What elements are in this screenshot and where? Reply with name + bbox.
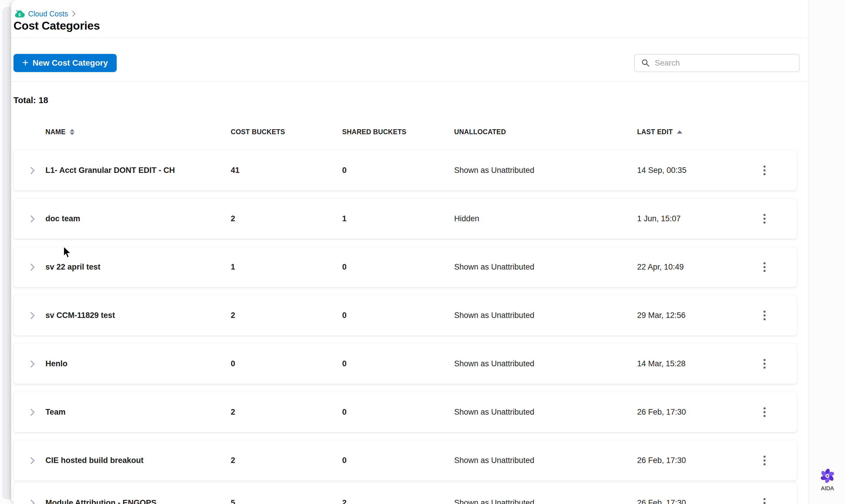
table-row[interactable]: doc team 2 1 Hidden 1 Jun, 15:07 [14,199,797,239]
shared-buckets-value: 0 [342,247,347,287]
row-menu-button[interactable] [759,483,769,504]
total-count: Total: 18 [14,95,48,105]
cost-buckets-value: 1 [231,247,235,287]
table-row[interactable]: sv 22 april test 1 0 Shown as Unattribut… [14,247,797,287]
chevron-right-icon[interactable] [28,247,37,287]
row-menu-button[interactable] [759,392,769,432]
row-menu-button[interactable] [759,150,769,191]
main-panel: $ Cloud Costs Cost Categories + New Cost… [11,0,809,504]
unallocated-value: Shown as Unattributed [454,295,534,336]
column-header-name-label: NAME [46,128,66,136]
chevron-right-icon[interactable] [28,344,37,384]
category-name[interactable]: doc team [46,199,80,239]
cost-buckets-value: 5 [231,483,235,504]
sort-both-icon[interactable] [70,129,74,135]
breadcrumb: $ Cloud Costs [14,10,76,18]
category-name[interactable]: sv 22 april test [46,247,101,287]
table-row[interactable]: Module Attribution - ENGOPS 5 2 Shown as… [14,483,797,504]
column-header-name[interactable]: NAME [46,128,74,136]
svg-text:$: $ [18,12,21,17]
search-icon [641,59,650,67]
row-menu-button[interactable] [759,247,769,287]
shared-buckets-value: 0 [342,440,347,481]
unallocated-value: Shown as Unattributed [454,483,534,504]
shared-buckets-value: 0 [342,392,347,432]
toolbar: + New Cost Category [11,38,809,82]
aida-label: AIDA [821,485,834,492]
new-cost-category-button[interactable]: + New Cost Category [14,54,117,72]
page-title: Cost Categories [14,19,100,32]
cost-categories-page: $ Cloud Costs Cost Categories + New Cost… [0,0,845,504]
aida-assistant-button[interactable]: AIDA [817,468,838,492]
chevron-right-icon[interactable] [28,295,37,336]
column-header-last-edit-label: LAST EDIT [637,128,673,136]
category-name[interactable]: Team [46,392,66,432]
cost-buckets-value: 2 [231,199,235,239]
category-name[interactable]: L1- Acct Granular DONT EDIT - CH [46,150,175,191]
row-menu-button[interactable] [759,344,769,384]
table-row[interactable]: L1- Acct Granular DONT EDIT - CH 41 0 Sh… [14,150,797,191]
chevron-right-icon[interactable] [28,392,37,432]
search-box[interactable] [634,54,799,72]
unallocated-value: Shown as Unattributed [454,150,534,191]
plus-icon: + [22,57,29,68]
unallocated-value: Shown as Unattributed [454,440,534,481]
table-body: L1- Acct Granular DONT EDIT - CH 41 0 Sh… [14,150,797,504]
cost-buckets-value: 0 [231,344,235,384]
category-name[interactable]: Henlo [46,344,67,384]
chevron-right-icon[interactable] [28,150,37,191]
last-edit-value: 26 Feb, 17:30 [637,483,686,504]
category-name[interactable]: CIE hosted build breakout [46,440,144,481]
last-edit-value: 26 Feb, 17:30 [637,392,686,432]
chevron-right-icon[interactable] [28,199,37,239]
cloud-costs-module-icon: $ [14,10,24,18]
last-edit-value: 1 Jun, 15:07 [637,199,681,239]
total-value: 18 [39,95,48,105]
shared-buckets-value: 1 [342,199,347,239]
column-header-cost-buckets-label: COST BUCKETS [231,128,285,136]
collapsed-nav-strip [2,7,12,499]
table-row[interactable]: Team 2 0 Shown as Unattributed 26 Feb, 1… [14,392,797,432]
column-header-last-edit[interactable]: LAST EDIT [637,128,682,136]
last-edit-value: 14 Mar, 15:28 [637,344,686,384]
cost-buckets-value: 2 [231,295,235,336]
last-edit-value: 22 Apr, 10:49 [637,247,684,287]
breadcrumb-cloud-costs-link[interactable]: Cloud Costs [28,10,68,18]
table-header: NAME COST BUCKETS SHARED BUCKETS UNALLOC… [14,128,797,138]
breadcrumb-chevron-icon [72,10,76,17]
shared-buckets-value: 0 [342,295,347,336]
cost-buckets-value: 41 [231,150,240,191]
last-edit-value: 29 Mar, 12:56 [637,295,686,336]
shared-buckets-value: 2 [342,483,347,504]
column-header-cost-buckets: COST BUCKETS [231,128,285,136]
shared-buckets-value: 0 [342,150,347,191]
table-row[interactable]: CIE hosted build breakout 2 0 Shown as U… [14,440,797,481]
column-header-shared-buckets: SHARED BUCKETS [342,128,406,136]
pinwheel-flower-icon [820,468,835,484]
table-row[interactable]: Henlo 0 0 Shown as Unattributed 14 Mar, … [14,344,797,384]
category-name[interactable]: sv CCM-11829 test [46,295,115,336]
column-header-unallocated: UNALLOCATED [454,128,506,136]
last-edit-value: 14 Sep, 00:35 [637,150,686,191]
category-name[interactable]: Module Attribution - ENGOPS [46,483,156,504]
page-header: $ Cloud Costs Cost Categories [11,0,809,38]
table-row[interactable]: sv CCM-11829 test 2 0 Shown as Unattribu… [14,295,797,336]
sort-asc-icon [677,130,682,133]
unallocated-value: Shown as Unattributed [454,344,534,384]
cost-buckets-value: 2 [231,440,235,481]
last-edit-value: 26 Feb, 17:30 [637,440,686,481]
unallocated-value: Shown as Unattributed [454,392,534,432]
chevron-right-icon[interactable] [28,483,37,504]
cost-buckets-value: 2 [231,392,235,432]
shared-buckets-value: 0 [342,344,347,384]
row-menu-button[interactable] [759,440,769,481]
column-header-unallocated-label: UNALLOCATED [454,128,506,136]
search-input[interactable] [654,54,799,72]
row-menu-button[interactable] [759,295,769,336]
column-header-shared-buckets-label: SHARED BUCKETS [342,128,406,136]
row-menu-button[interactable] [759,199,769,239]
chevron-right-icon[interactable] [28,440,37,481]
new-cost-category-label: New Cost Category [33,58,108,68]
unallocated-value: Shown as Unattributed [454,247,534,287]
total-label: Total: [14,95,36,105]
